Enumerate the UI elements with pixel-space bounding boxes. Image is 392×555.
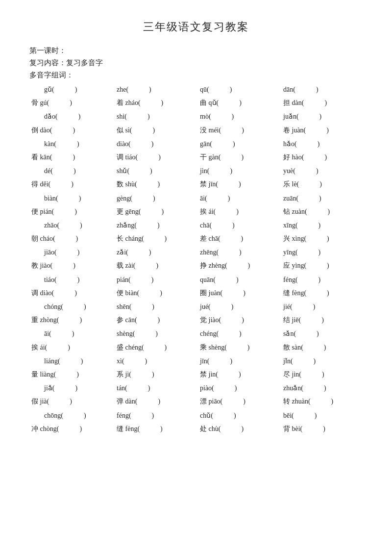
pinyin-cell-bottom: 转 zhuàn( ) (279, 395, 363, 408)
pinyin-cell-bottom: 散 sàn( ) (279, 341, 363, 354)
section2-header: 复习内容：复习多音字 (29, 58, 363, 68)
pinyin-cell-bottom: 骨 gú( ) (29, 96, 113, 110)
section3-header: 多音字组词： (29, 71, 363, 80)
pinyin-cell-top: chǔ( ) (196, 409, 279, 422)
pinyin-cell-bottom: 看 kān( ) (29, 151, 113, 164)
pinyin-cell-top: juǎn( ) (279, 110, 363, 123)
pinyin-cell-bottom: 结 jiē( ) (279, 313, 363, 327)
pinyin-cell-bottom: 觉 jiào( ) (196, 313, 279, 327)
pinyin-cell-bottom: 干 gàn( ) (196, 151, 279, 164)
pinyin-cell-top: sǎn( ) (279, 327, 363, 340)
pinyin-cell-top: shì( ) (113, 110, 196, 123)
pinyin-cell-top: féng( ) (279, 273, 363, 286)
pinyin-cell-bottom: 倒 dào( ) (29, 124, 113, 137)
pinyin-cell-top: jiāo( ) (29, 246, 113, 259)
pinyin-cell-bottom: 禁 jìn( ) (196, 368, 279, 381)
pinyin-cell-top: dǎo( ) (29, 110, 113, 123)
pinyin-cell-bottom: 弹 dàn( ) (113, 395, 196, 408)
pinyin-cell-bottom: 载 zài( ) (113, 259, 196, 273)
pinyin-cell-bottom: 朝 cháo( ) (29, 232, 113, 246)
pinyin-cell-bottom: 便 pián( ) (29, 205, 113, 219)
pinyin-cell-top: zhuǎn( ) (279, 381, 363, 395)
pinyin-cell-top: yuè( ) (279, 164, 363, 177)
pinyin-cell-bottom: 冲 chòng( ) (29, 422, 113, 436)
pinyin-cell-bottom: 假 jià( ) (29, 395, 113, 408)
pinyin-cell-top: dé( ) (29, 164, 113, 177)
pinyin-cell-bottom: 漂 piāo( ) (196, 395, 279, 408)
pinyin-cell-top: jié( ) (279, 300, 363, 313)
pinyin-cell-top: diào( ) (113, 137, 196, 151)
pinyin-cell-top: bēi( ) (279, 409, 363, 422)
pinyin-cell-top: gèng( ) (113, 192, 196, 205)
pinyin-cell-top: yīng( ) (279, 246, 363, 259)
pinyin-cell-bottom: 缝 fèng( ) (113, 422, 196, 436)
pinyin-cell-bottom: 卷 juàn( ) (279, 124, 363, 137)
pinyin-cell-bottom: 挣 zhèng( ) (196, 259, 279, 273)
pinyin-cell-top: shèng( ) (113, 327, 196, 340)
pinyin-cell-top: kàn( ) (29, 137, 113, 151)
pinyin-cell-top: jīn( ) (196, 354, 279, 368)
pinyin-cell-top: shēn( ) (113, 300, 196, 313)
pinyin-cell-top: jué( ) (196, 300, 279, 313)
pinyin-cell-top: tán( ) (113, 381, 196, 395)
pinyin-cell-top: hǎo( ) (279, 137, 363, 151)
pinyin-cell-bottom: 挨 ái( ) (196, 205, 279, 219)
pinyin-cell-bottom: 担 dàn( ) (279, 96, 363, 110)
pinyin-cell-bottom: 兴 xìng( ) (279, 232, 363, 246)
pinyin-cell-top: zhe( ) (113, 83, 196, 96)
pinyin-cell-bottom: 差 chā( ) (196, 232, 279, 246)
pinyin-cell-bottom: 得 děi( ) (29, 177, 113, 191)
pinyin-cell-bottom: 没 méi( ) (196, 124, 279, 137)
pinyin-cell-top: xīng( ) (279, 219, 363, 232)
pinyin-cell-bottom: 更 gēng( ) (113, 205, 196, 219)
pinyin-cell-bottom: 禁 jīn( ) (196, 177, 279, 191)
pinyin-cell-bottom: 钻 zuàn( ) (279, 205, 363, 219)
pinyin-cell-bottom: 参 cān( ) (113, 313, 196, 327)
pinyin-cell-top: féng( ) (113, 409, 196, 422)
pinyin-cell-top: āi( ) (29, 327, 113, 340)
pinyin-cell-bottom: 乘 shèng( ) (196, 341, 279, 354)
pinyin-cell-top: gān( ) (196, 137, 279, 151)
pinyin-cell-top: zǎi( ) (113, 246, 196, 259)
pinyin-cell-bottom: 量 liàng( ) (29, 368, 113, 381)
pinyin-cell-top: shǔ( ) (113, 164, 196, 177)
pinyin-cell-top: chā( ) (196, 219, 279, 232)
pinyin-cell-top: piào( ) (196, 381, 279, 395)
pinyin-cell-top: zhāo( ) (29, 219, 113, 232)
pinyin-cell-top: āi( ) (196, 192, 279, 205)
pinyin-cell-top: biàn( ) (29, 192, 113, 205)
pinyin-cell-bottom: 尽 jìn( ) (279, 368, 363, 381)
pinyin-cell-top: chōng( ) (29, 409, 113, 422)
pinyin-cell-top: jiǎ( ) (29, 381, 113, 395)
pinyin-cell-bottom: 应 yìng( ) (279, 259, 363, 273)
pinyin-cell-bottom: 背 bèi( ) (279, 422, 363, 436)
pinyin-cell-bottom: 盛 chéng( ) (113, 341, 196, 354)
pinyin-cell-bottom: 调 tiáo( ) (113, 151, 196, 164)
pinyin-cell-top: mò( ) (196, 110, 279, 123)
pinyin-cell-top: tiáo( ) (29, 273, 113, 286)
pinyin-cell-top: xì( ) (113, 354, 196, 368)
pinyin-cell-bottom: 重 zhòng( ) (29, 313, 113, 327)
pinyin-cell-top: chéng( ) (196, 327, 279, 340)
pinyin-cell-top: liáng( ) (29, 354, 113, 368)
pinyin-cell-bottom: 缝 fèng( ) (279, 286, 363, 300)
page-title: 三年级语文复习教案 (29, 20, 363, 34)
pinyin-cell-top: pián( ) (113, 273, 196, 286)
pinyin-cell-top: zhǎng( ) (113, 219, 196, 232)
pinyin-cell-top: quān( ) (196, 273, 279, 286)
pinyin-cell-bottom: 便 biàn( ) (113, 286, 196, 300)
section1-header: 第一课时： (29, 46, 363, 55)
pinyin-cell-bottom: 处 chù( ) (196, 422, 279, 436)
pinyin-cell-top: zuān( ) (279, 192, 363, 205)
pinyin-cell-top: zhēng( ) (196, 246, 279, 259)
pinyin-cell-bottom: 圈 juàn( ) (196, 286, 279, 300)
pinyin-cell-bottom: 着 zháo( ) (113, 96, 196, 110)
pinyin-cell-bottom: 调 diào( ) (29, 286, 113, 300)
pinyin-cell-bottom: 长 cháng( ) (113, 232, 196, 246)
pinyin-cell-bottom: 好 hào( ) (279, 151, 363, 164)
pinyin-cell-bottom: 数 shù( ) (113, 177, 196, 191)
vocab-table: gǔ( )zhe( )qū( )dān( )骨 gú( )着 zháo( )曲 … (29, 83, 363, 436)
pinyin-cell-bottom: 似 sì( ) (113, 124, 196, 137)
pinyin-cell-bottom: 教 jiào( ) (29, 259, 113, 273)
pinyin-cell-top: dān( ) (279, 83, 363, 96)
